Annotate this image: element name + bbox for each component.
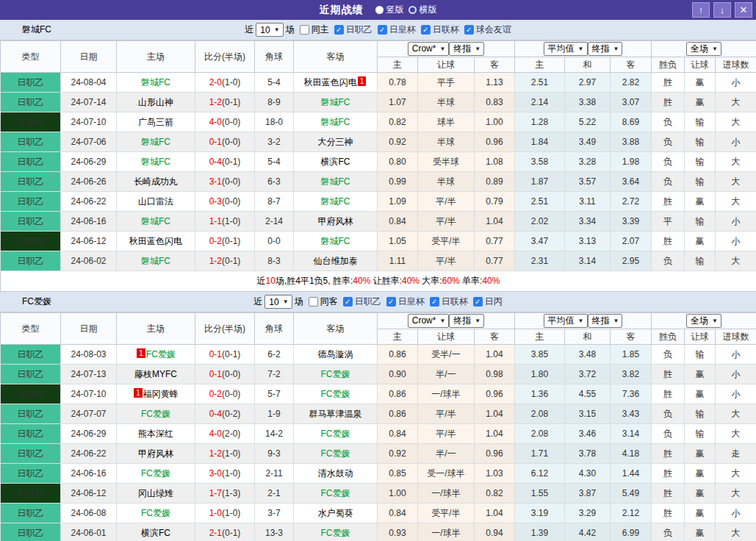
fulltime-score: 4-0 xyxy=(209,117,222,127)
team-link[interactable]: 磐城FC xyxy=(321,117,350,127)
league-checkbox[interactable]: ✓ xyxy=(421,25,431,35)
team-link[interactable]: 磐城FC xyxy=(141,216,170,226)
team-link[interactable]: 磐城FC xyxy=(321,196,350,207)
radio-icon xyxy=(408,6,417,14)
header-select-group: 平均值▼终指▼ xyxy=(515,313,652,329)
home-team-cell: 广岛三箭 xyxy=(117,112,195,132)
chevron-down-icon: ▼ xyxy=(613,318,619,324)
team-link[interactable]: 磐城FC xyxy=(321,176,350,187)
match-row: 日职乙24-06-29熊本深红4-0(2-0)14-2FC爱媛0.84平/半1.… xyxy=(1,424,756,444)
team-link[interactable]: 磐城FC xyxy=(141,157,170,167)
league-checkbox[interactable]: ✓ xyxy=(430,297,439,307)
match-row: 日职乙24-06-22甲府风林1-2(1-0)9-3FC爱媛0.92半/一0.9… xyxy=(1,444,756,464)
team-link[interactable]: FC爱媛 xyxy=(321,528,350,538)
team-link[interactable]: 长崎成功丸 xyxy=(134,176,178,187)
scroll-up-button[interactable]: ↑ xyxy=(692,2,710,18)
team-link[interactable]: 磐城FC xyxy=(141,256,170,266)
match-date: 24-07-13 xyxy=(61,365,117,384)
team-link[interactable]: 德岛漩涡 xyxy=(318,349,353,359)
league-checkbox[interactable]: ✓ xyxy=(464,25,474,35)
avg-home: 1.39 xyxy=(515,523,565,541)
away-team-cell: 水户蜀葵 xyxy=(294,504,378,523)
result-goals: 小 xyxy=(716,345,756,365)
team-link[interactable]: 福冈黄蜂 xyxy=(143,389,179,399)
team-link[interactable]: FC爱媛 xyxy=(146,349,176,359)
column-subheader: 主 xyxy=(378,57,418,73)
result-handicap: 输 xyxy=(685,132,716,152)
team-link[interactable]: 山口雷法 xyxy=(138,196,173,207)
bookmaker-select[interactable]: Crow*▼ xyxy=(408,314,450,328)
odds-home: 0.84 xyxy=(378,504,418,523)
team-link[interactable]: 横滨FC xyxy=(321,157,350,167)
odds-handicap: 受一/球半 xyxy=(418,464,475,484)
odds-away: 0.98 xyxy=(475,365,515,384)
team-link[interactable]: 仙台维加泰 xyxy=(314,256,358,266)
avg-final-select[interactable]: 终指▼ xyxy=(588,314,623,328)
corner-score: 8-3 xyxy=(255,251,294,271)
league-checkbox[interactable]: ✓ xyxy=(386,297,396,307)
result-winlose: 负 xyxy=(652,172,685,192)
odds-final-select[interactable]: 终指▼ xyxy=(449,314,484,328)
odds-home: 0.99 xyxy=(378,172,418,192)
league-checkbox[interactable]: ✓ xyxy=(334,25,344,35)
team-link[interactable]: 磐城FC xyxy=(321,236,350,246)
fulltime-select[interactable]: 全场▼ xyxy=(686,314,721,328)
average-select[interactable]: 平均值▼ xyxy=(544,314,588,328)
team-link[interactable]: FC爱媛 xyxy=(321,369,350,379)
same-venue-checkbox[interactable] xyxy=(300,25,309,35)
team-link[interactable]: 藤枝MYFC xyxy=(134,369,177,379)
team-link[interactable]: 甲府风林 xyxy=(138,448,173,459)
team-link[interactable]: 广岛三箭 xyxy=(138,117,173,127)
team-link[interactable]: 大分三神 xyxy=(318,137,353,147)
team-link[interactable]: 水户蜀葵 xyxy=(318,508,353,518)
team-link[interactable]: FC爱媛 xyxy=(321,448,350,459)
league-checkbox[interactable]: ✓ xyxy=(343,297,353,307)
competition-type-badge: 日职乙 xyxy=(1,464,61,484)
team-link[interactable]: 熊本深红 xyxy=(138,429,173,439)
chevron-down-icon: ▼ xyxy=(439,46,445,52)
team-link[interactable]: 磐城FC xyxy=(141,137,170,147)
team-link[interactable]: 清水鼓动 xyxy=(318,468,353,479)
team-link[interactable]: FC爱媛 xyxy=(141,508,170,518)
column-header: 角球 xyxy=(255,41,294,73)
scroll-down-button[interactable]: ↓ xyxy=(713,2,731,18)
same-venue-checkbox[interactable] xyxy=(309,297,318,307)
team-link[interactable]: 秋田蓝色闪电 xyxy=(129,236,182,246)
team-link[interactable]: FC爱媛 xyxy=(321,429,350,439)
result-handicap: 赢 xyxy=(685,523,716,541)
team-link[interactable]: 横滨FC xyxy=(141,528,170,538)
team-link[interactable]: 甲府风林 xyxy=(318,216,353,226)
avg-draw: 4.30 xyxy=(565,464,611,484)
layout-radio-selected[interactable]: 竖版 xyxy=(375,4,404,16)
close-button[interactable]: ✕ xyxy=(735,2,752,18)
team-link[interactable]: 群马草津温泉 xyxy=(309,409,362,419)
avg-home: 6.12 xyxy=(515,464,565,484)
league-checkbox[interactable]: ✓ xyxy=(473,297,483,307)
odds-final-select[interactable]: 终指▼ xyxy=(449,42,484,56)
chevron-down-icon: ▼ xyxy=(274,26,280,33)
team-link[interactable]: FC爱媛 xyxy=(141,409,170,419)
result-winlose: 负 xyxy=(652,251,685,271)
avg-final-select[interactable]: 终指▼ xyxy=(588,42,623,56)
bookmaker-select[interactable]: Crow*▼ xyxy=(408,42,450,56)
odds-handicap: 半/一 xyxy=(418,444,475,464)
fulltime-select[interactable]: 全场▼ xyxy=(686,42,721,56)
team-link[interactable]: 磐城FC xyxy=(141,77,170,87)
games-count-select[interactable]: 10▼ xyxy=(264,295,292,309)
team-link[interactable]: 磐城FC xyxy=(321,97,350,107)
team-link[interactable]: 秋田蓝色闪电 xyxy=(304,77,357,87)
match-date: 24-07-06 xyxy=(61,132,117,152)
team-link[interactable]: FC爱媛 xyxy=(141,468,170,479)
average-select[interactable]: 平均值▼ xyxy=(544,42,588,56)
games-count-select[interactable]: 10▼ xyxy=(256,23,283,37)
league-checkbox[interactable]: ✓ xyxy=(378,25,387,35)
column-header: 角球 xyxy=(255,313,294,345)
layout-radio-option[interactable]: 横版 xyxy=(408,4,437,16)
match-row: 日职乙24-08-04磐城FC2-0(1-0)5-4秋田蓝色闪电10.78平手1… xyxy=(1,73,756,93)
team-link[interactable]: 山形山神 xyxy=(138,97,173,107)
team-link[interactable]: FC爱媛 xyxy=(321,488,350,498)
team-section: FC爱媛近10▼场同客✓日职乙✓日皇杯✓日联杯✓日丙类型日期主场比分(半场)角球… xyxy=(0,292,756,541)
match-date: 24-07-14 xyxy=(61,93,117,112)
team-link[interactable]: FC爱媛 xyxy=(321,389,350,399)
team-link[interactable]: 冈山绿雉 xyxy=(138,488,173,498)
